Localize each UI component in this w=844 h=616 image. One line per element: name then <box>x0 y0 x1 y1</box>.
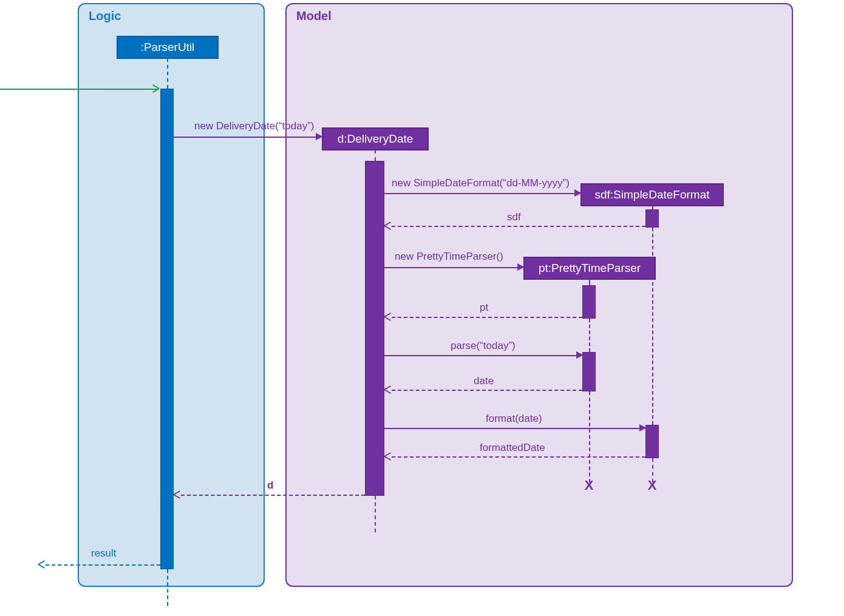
arrowhead-external-in <box>152 85 159 92</box>
frame-model: Model <box>285 3 793 587</box>
arrow-format <box>384 428 642 429</box>
activation-sdf-2 <box>645 425 659 458</box>
arrow-return-result <box>46 564 160 566</box>
arrow-new-deliverydate <box>174 137 318 138</box>
label-return-sdf: sdf <box>507 211 521 223</box>
label-return-d: d <box>267 479 273 492</box>
label-return-date: date <box>474 375 494 387</box>
sequence-diagram: Logic Model :ParserUtil d:DeliveryDate s… <box>0 0 844 616</box>
frame-label-model: Model <box>296 9 332 23</box>
arrow-return-sdf <box>392 226 645 227</box>
activation-sdf-1 <box>645 209 659 228</box>
label-new-sdf: new SimpleDateFormat(“dd-MM-yyyy”) <box>392 177 570 189</box>
arrow-return-date <box>392 390 582 391</box>
arrowhead-return-d <box>174 491 181 498</box>
arrowhead-return-date <box>384 386 392 393</box>
arrow-external-in <box>0 89 158 90</box>
activation-pt-2 <box>582 352 596 391</box>
lifeline-deliverydate-bottom <box>375 496 376 532</box>
lifeline-parserutil-top <box>167 58 168 89</box>
arrowhead-return-result <box>38 561 46 568</box>
arrowhead-format <box>639 424 647 432</box>
lifeline-pt-top <box>589 279 590 285</box>
lifeline-deliverydate-top <box>375 150 376 161</box>
activation-pt-1 <box>582 285 596 319</box>
destroy-pt: X <box>585 478 594 493</box>
lifeline-parserutil-bottom <box>167 569 168 606</box>
label-new-deliverydate: new DeliveryDate(“today”) <box>194 120 314 132</box>
participant-sdf: sdf:SimpleDateFormat <box>580 183 724 206</box>
label-return-result: result <box>91 547 117 560</box>
label-return-pt: pt <box>480 302 488 314</box>
lifeline-pt-mid1 <box>589 319 590 352</box>
label-return-formatted: formattedDate <box>480 442 545 454</box>
arrowhead-return-sdf <box>384 222 392 229</box>
destroy-sdf: X <box>648 478 657 493</box>
activation-deliverydate <box>365 161 384 496</box>
arrow-new-sdf <box>384 193 577 194</box>
participant-parserutil: :ParserUtil <box>117 36 219 59</box>
arrow-new-pt <box>384 267 520 268</box>
lifeline-pt-bottom <box>589 391 590 482</box>
arrowhead-new-pt <box>517 263 525 271</box>
arrowhead-new-sdf <box>574 189 582 197</box>
participant-deliverydate: d:DeliveryDate <box>322 127 429 151</box>
arrow-parse <box>384 355 579 356</box>
arrow-return-formatted <box>392 456 645 458</box>
label-format: format(date) <box>486 413 542 425</box>
participant-pt: pt:PrettyTimeParser <box>523 257 656 280</box>
label-new-pt: new PrettyTimeParser() <box>395 251 503 263</box>
frame-label-logic: Logic <box>89 9 121 23</box>
arrowhead-parse <box>576 351 584 359</box>
arrowhead-return-formatted <box>384 453 392 460</box>
arrow-return-d <box>181 495 365 496</box>
arrowhead-return-pt <box>384 313 392 320</box>
label-parse: parse(“today”) <box>451 340 516 352</box>
arrow-return-pt <box>392 317 582 318</box>
activation-parserutil <box>160 89 174 569</box>
arrowhead-new-deliverydate <box>316 133 323 140</box>
